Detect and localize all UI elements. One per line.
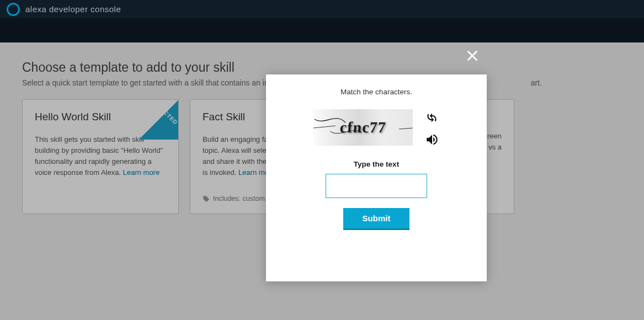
refresh-icon[interactable]	[425, 110, 439, 125]
modal-heading: Match the characters.	[340, 88, 412, 96]
submit-button[interactable]: Submit	[343, 208, 409, 230]
captcha-input-label: Type the text	[354, 160, 399, 168]
captcha-text: cfnc77	[339, 119, 387, 136]
captcha-modal: Match the characters. cfnc77 Type the te…	[266, 74, 487, 281]
svg-line-2	[313, 126, 336, 128]
captcha-input[interactable]	[326, 174, 427, 198]
close-icon[interactable]	[465, 49, 480, 66]
captcha-image: cfnc77	[313, 109, 413, 146]
svg-line-3	[399, 128, 413, 129]
speaker-icon[interactable]	[425, 132, 439, 147]
